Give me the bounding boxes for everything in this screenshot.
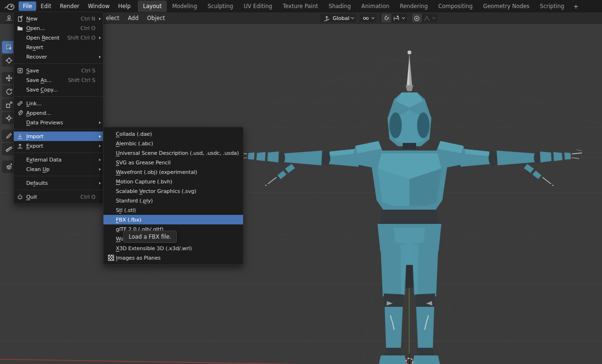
submenu-arrow-icon xyxy=(97,144,103,148)
blender-window: FileEditRenderWindowHelp LayoutModelingS… xyxy=(0,0,602,364)
import-item-wavefront-obj-experimental[interactable]: Wavefront (.obj) (experimental) xyxy=(103,167,243,177)
menu-item-label: External Data xyxy=(26,157,61,163)
link-icon xyxy=(14,100,26,107)
menu-item-label: SVG as Grease Pencil xyxy=(116,160,171,166)
transform-icon xyxy=(5,114,13,122)
menu-item-label: Revert xyxy=(26,44,43,51)
topbar-menu-edit[interactable]: Edit xyxy=(36,1,55,11)
file-menu-item-link[interactable]: Link... xyxy=(14,99,103,108)
blender-logo-icon[interactable] xyxy=(4,2,15,10)
tab-geometry-nodes[interactable]: Geometry Nodes xyxy=(478,0,535,12)
submenu-arrow-icon xyxy=(97,181,103,185)
chevron-down-icon xyxy=(350,16,355,20)
submenu-arrow-icon xyxy=(97,121,103,125)
file-menu-item-import[interactable]: Import xyxy=(14,131,103,141)
tab-scripting[interactable]: Scripting xyxy=(535,0,570,12)
file-menu-item-save-copy[interactable]: Save Copy... xyxy=(14,85,103,94)
add-cube-icon xyxy=(5,163,13,171)
menu-item-label: Link... xyxy=(26,101,41,107)
menu-item-shortcut: Ctrl O xyxy=(81,25,97,31)
menu-item-label: Wavefront (.obj) (experimental) xyxy=(116,169,197,175)
snap-target-dropdown[interactable] xyxy=(391,14,401,22)
add-workspace-button[interactable]: + xyxy=(570,2,582,11)
menu-item-label: Collada (.dae) xyxy=(116,131,152,137)
snap-magnet-toggle[interactable] xyxy=(381,14,391,22)
menu-item-label: Save As... xyxy=(26,77,51,83)
import-item-images-as-planes[interactable]: Images as Planes xyxy=(103,253,243,263)
file-menu-item-defaults[interactable]: Defaults xyxy=(14,178,103,188)
pivot-point-icon xyxy=(361,14,371,22)
chevron-down-icon xyxy=(371,16,375,20)
file-menu-item-export[interactable]: Export xyxy=(14,141,103,151)
file-menu-item-revert[interactable]: Revert xyxy=(14,42,103,52)
tab-animation[interactable]: Animation xyxy=(356,0,395,12)
file-menu-item-clean-up[interactable]: Clean Up xyxy=(14,164,103,174)
file-menu-item-new[interactable]: NewCtrl N xyxy=(14,14,103,23)
tab-sculpting[interactable]: Sculpting xyxy=(202,0,238,12)
submenu-arrow-icon xyxy=(97,167,103,172)
import-item-alembic-abc[interactable]: Alembic (.abc) xyxy=(103,139,243,148)
topbar-menu-help[interactable]: Help xyxy=(114,1,135,11)
file-new-icon xyxy=(14,15,26,22)
file-menu-item-save-as[interactable]: Save As...Shift Ctrl S xyxy=(14,75,103,85)
transform-orientation-dropdown[interactable]: Global xyxy=(320,14,356,22)
file-menu-item-recover[interactable]: Recover xyxy=(14,52,103,61)
tab-modeling[interactable]: Modeling xyxy=(167,0,202,12)
proportional-editing-toggle[interactable] xyxy=(412,14,422,22)
tooltip-text: Load a FBX file. xyxy=(129,233,171,240)
tab-rendering[interactable]: Rendering xyxy=(395,0,433,12)
menu-item-label: Append... xyxy=(26,110,51,116)
orientation-axes-icon xyxy=(322,14,332,22)
cursor-icon xyxy=(5,57,13,64)
topbar-menu-file[interactable]: File xyxy=(19,1,36,11)
file-menu-item-open-recent[interactable]: Open RecentShift Ctrl O xyxy=(14,33,103,42)
menu-item-shortcut: Shift Ctrl S xyxy=(68,77,97,83)
import-item-svg-as-grease-pencil[interactable]: SVG as Grease Pencil xyxy=(103,158,243,167)
file-menu-item-external-data[interactable]: External Data xyxy=(14,155,103,164)
import-item-fbx-fbx[interactable]: FBX (.fbx) xyxy=(103,215,243,224)
topbar-menu-render[interactable]: Render xyxy=(56,1,84,11)
checker-icon xyxy=(106,254,116,261)
import-item-scalable-vector-graphics-svg[interactable]: Scalable Vector Graphics (.svg) xyxy=(103,186,243,196)
menu-item-label: Open Recent xyxy=(26,35,60,41)
editor-3d-viewport-icon xyxy=(5,14,13,22)
menu-item-label: X3D Extensible 3D (.x3d/.wrl) xyxy=(116,245,192,252)
import-item-stanford-ply[interactable]: Stanford (.ply) xyxy=(103,196,243,205)
import-item-x3d-extensible-3d-x3d-wrl[interactable]: X3D Extensible 3D (.x3d/.wrl) xyxy=(103,243,243,253)
viewport-menu-elect[interactable]: elect xyxy=(102,13,123,23)
import-item-stl-stl[interactable]: Stl (.stl) xyxy=(103,205,243,215)
topbar-menu-window[interactable]: Window xyxy=(83,1,113,11)
file-menu-dropdown: NewCtrl NOpen...Ctrl OOpen RecentShift C… xyxy=(13,11,103,204)
viewport-menu-object[interactable]: Object xyxy=(143,13,169,23)
menu-item-label: Images as Planes xyxy=(116,255,161,261)
tab-texture-paint[interactable]: Texture Paint xyxy=(277,0,323,12)
file-menu-item-data-previews[interactable]: Data Previews xyxy=(14,118,103,127)
file-menu-item-save[interactable]: SaveCtrl S xyxy=(14,66,103,75)
import-item-collada-dae[interactable]: Collada (.dae) xyxy=(103,129,243,139)
snapping-control xyxy=(380,14,407,22)
cursor-3d xyxy=(406,354,413,364)
submenu-arrow-icon xyxy=(97,17,103,21)
tab-uv-editing[interactable]: UV Editing xyxy=(238,0,277,12)
falloff-curve-dropdown[interactable] xyxy=(422,14,432,22)
import-submenu: Collada (.dae)Alembic (.abc)Universal Sc… xyxy=(103,127,244,265)
tab-layout[interactable]: Layout xyxy=(138,0,167,12)
viewport-menu-add[interactable]: Add xyxy=(123,13,143,23)
tooltip: Load a FBX file. xyxy=(123,231,177,243)
pivot-point-dropdown[interactable] xyxy=(359,14,377,22)
menu-separator xyxy=(14,190,103,190)
file-menu-item-quit[interactable]: QuitCtrl Q xyxy=(14,192,103,202)
menu-item-label: Quit xyxy=(26,194,37,200)
menu-item-label: Motion Capture (.bvh) xyxy=(116,179,172,185)
menu-separator xyxy=(14,152,103,153)
import-item-motion-capture-bvh[interactable]: Motion Capture (.bvh) xyxy=(103,177,243,186)
tab-compositing[interactable]: Compositing xyxy=(433,0,478,12)
power-icon xyxy=(14,193,26,200)
tab-shading[interactable]: Shading xyxy=(323,0,356,12)
file-menu-item-open[interactable]: Open...Ctrl O xyxy=(14,23,103,33)
chevron-down-icon xyxy=(432,16,436,20)
import-item-universal-scene-description-usd-usdc-usda[interactable]: Universal Scene Description (.usd, .usdc… xyxy=(103,148,243,158)
file-menu-item-append[interactable]: Append... xyxy=(14,108,103,118)
save-icon xyxy=(14,67,26,74)
menu-item-label: Import xyxy=(26,133,43,140)
